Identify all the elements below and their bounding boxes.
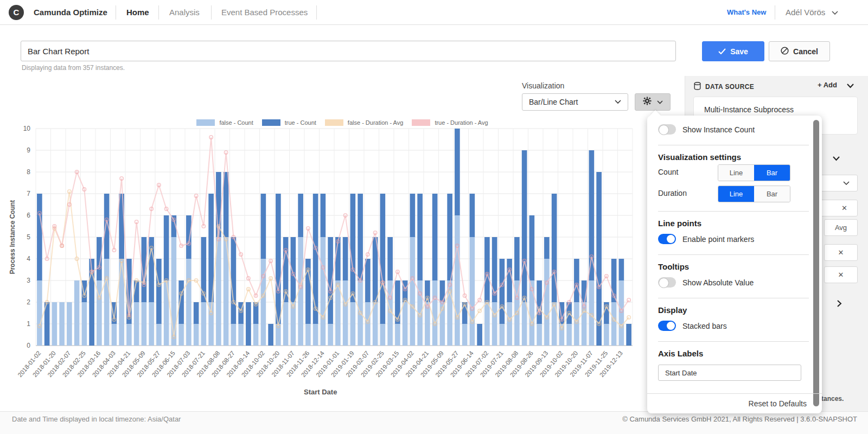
nav-home[interactable]: Home <box>126 8 149 17</box>
visualization-label: Visualization <box>522 81 564 90</box>
y-axis-title: Process Instance Count <box>9 191 16 283</box>
chevron-down-icon[interactable] <box>832 11 838 15</box>
data-source-header: DATA SOURCE <box>694 82 754 92</box>
duration-row-label: Duration <box>658 189 687 197</box>
divider <box>658 145 809 145</box>
chevron-right-icon[interactable] <box>837 300 842 307</box>
bar-line-chart[interactable]: 0123456789102018-01-022018-01-202018-02-… <box>16 124 656 395</box>
add-data-source-button[interactable]: + Add <box>818 81 837 89</box>
duration-bar-option[interactable]: Bar <box>754 186 790 202</box>
svg-text:10: 10 <box>23 125 31 132</box>
data-source-title: DATA SOURCE <box>705 83 754 91</box>
stacked-bars-row: Stacked bars <box>658 321 727 331</box>
tooltips-title: Tooltips <box>658 262 689 271</box>
cancel-button[interactable]: Cancel <box>769 41 830 61</box>
enable-point-markers-row: Enable point markers <box>658 234 754 244</box>
duration-segmented-control: Line Bar <box>718 186 790 202</box>
popover-scrollbar[interactable] <box>813 120 819 406</box>
enable-point-markers-toggle[interactable] <box>658 234 676 244</box>
brand-title: Camunda Optimize <box>34 8 107 17</box>
stacked-bars-toggle[interactable] <box>658 321 676 331</box>
nav-event-based-processes[interactable]: Event Based Processes <box>221 8 308 17</box>
divider <box>647 393 822 394</box>
instances-text-fragment: tances. <box>821 395 844 403</box>
toggle-label: Stacked bars <box>682 322 727 330</box>
visualization-select[interactable]: Bar/Line Chart <box>522 93 628 111</box>
display-title: Display <box>658 305 687 315</box>
count-bar-option[interactable]: Bar <box>754 165 790 181</box>
svg-text:6: 6 <box>27 212 30 219</box>
instances-note: Displaying data from 357 instances. <box>22 64 125 72</box>
avg-aggregation-button[interactable]: Avg <box>824 219 858 236</box>
report-name-input[interactable] <box>21 41 676 61</box>
divider <box>316 5 317 20</box>
page-footer: Date and Time displayed in local timezon… <box>0 411 868 434</box>
svg-text:0: 0 <box>27 342 30 349</box>
toggle-label: Enable point markers <box>682 235 754 244</box>
divider <box>158 5 159 20</box>
svg-text:9: 9 <box>27 146 30 154</box>
svg-text:3: 3 <box>27 277 30 284</box>
data-source-name: Multi-Instance Subprocess <box>704 105 794 114</box>
show-instance-count-toggle[interactable] <box>658 124 676 135</box>
remove-button[interactable]: ✕ <box>824 266 858 283</box>
database-icon <box>694 82 701 92</box>
popover-arrow <box>650 110 661 121</box>
show-instance-count-row: Show Instance Count <box>658 124 755 135</box>
visualization-selected-value: Bar/Line Chart <box>529 98 578 106</box>
close-icon: ✕ <box>838 248 844 257</box>
show-absolute-value-toggle[interactable] <box>658 277 676 288</box>
save-button[interactable]: Save <box>702 41 764 61</box>
svg-text:1: 1 <box>27 320 30 328</box>
remove-button[interactable]: ✕ <box>824 244 858 261</box>
divider <box>658 298 809 298</box>
chevron-down-icon <box>843 181 850 186</box>
timezone-note: Date and Time displayed in local timezon… <box>12 415 181 423</box>
count-line-option[interactable]: Line <box>718 165 754 181</box>
cancel-icon <box>781 47 789 56</box>
divider <box>658 341 809 342</box>
close-icon: ✕ <box>838 271 844 279</box>
save-label: Save <box>730 47 748 56</box>
divider <box>116 5 116 20</box>
divider <box>658 254 809 255</box>
chart-settings-button[interactable] <box>635 93 671 111</box>
show-absolute-value-row: Show Absolute Value <box>658 277 754 288</box>
cancel-label: Cancel <box>793 47 818 56</box>
reset-to-defaults-link[interactable]: Reset to Defaults <box>749 399 807 408</box>
chart-settings-popover: Show Instance Count Visualization settin… <box>647 116 822 413</box>
axis-label-input[interactable] <box>658 365 801 381</box>
collapse-chevron-icon[interactable] <box>847 84 854 88</box>
whats-new-link[interactable]: What's New <box>727 8 766 16</box>
line-points-title: Line points <box>658 219 701 228</box>
divider <box>775 5 775 20</box>
copyright-text: © Camunda Services GmbH 2021, All Rights… <box>622 415 857 423</box>
toggle-label: Show Instance Count <box>682 125 755 134</box>
chevron-down-icon <box>615 100 621 104</box>
chevron-down-icon <box>657 100 663 104</box>
axis-labels-title: Axis Labels <box>658 349 703 358</box>
svg-text:5: 5 <box>27 233 30 241</box>
user-menu[interactable]: Adél Vörös <box>786 8 825 17</box>
check-icon <box>718 47 726 56</box>
duration-line-option[interactable]: Line <box>718 186 754 202</box>
camunda-logo-icon: C <box>9 5 24 20</box>
count-segmented-control: Line Bar <box>718 164 790 181</box>
nav-analysis[interactable]: Analysis <box>169 8 200 17</box>
svg-text:4: 4 <box>27 255 30 263</box>
top-navbar: C Camunda Optimize Home Analysis Event B… <box>0 0 868 25</box>
close-icon: ✕ <box>841 204 847 212</box>
svg-text:7: 7 <box>27 190 30 197</box>
divider <box>211 5 212 20</box>
svg-text:8: 8 <box>27 168 30 176</box>
count-row-label: Count <box>658 168 678 176</box>
svg-text:2: 2 <box>27 298 30 306</box>
section-chevron-icon[interactable] <box>833 156 840 161</box>
toggle-label: Show Absolute Value <box>682 278 754 287</box>
gear-icon <box>643 97 652 107</box>
avg-label: Avg <box>835 224 847 232</box>
visualization-settings-title: Visualization settings <box>658 152 741 162</box>
add-label: Add <box>824 81 837 89</box>
divider <box>658 211 809 212</box>
